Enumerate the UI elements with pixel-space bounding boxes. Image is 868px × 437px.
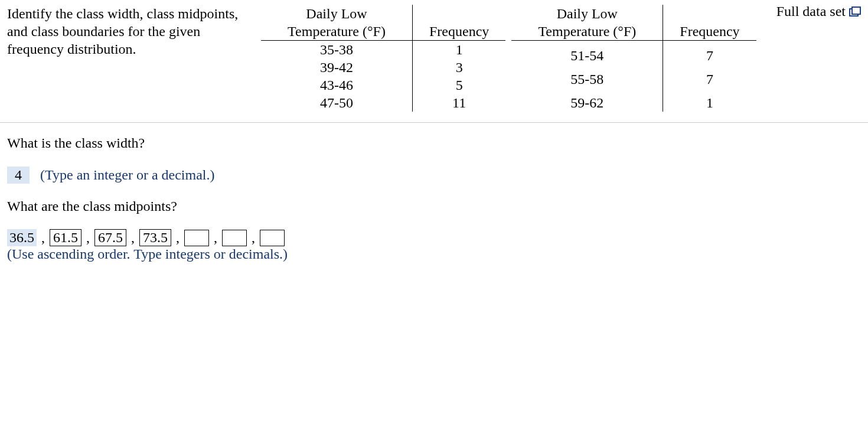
answer-1-hint: (Type an integer or a decimal.) (40, 167, 215, 182)
midpoint-input-6[interactable] (222, 230, 247, 246)
answer-1-line: 4 (Type an integer or a decimal.) (7, 167, 861, 184)
midpoint-input-1[interactable]: 36.5 (7, 229, 37, 246)
answer-2-hint: (Use ascending order. Type integers or d… (7, 246, 288, 262)
midpoint-input-7[interactable] (260, 230, 285, 246)
svg-rect-1 (852, 7, 860, 14)
col-header-freq: Frequency (663, 5, 756, 41)
class-width-input[interactable]: 4 (7, 167, 30, 184)
frequency-table-left: Daily Low Temperature (°F) Frequency 35-… (261, 5, 505, 112)
popup-icon (849, 6, 861, 17)
problem-header: Identify the class width, class midpoint… (7, 5, 861, 112)
col-header-temp: Daily Low Temperature (°F) (261, 5, 413, 41)
section-divider (0, 122, 868, 123)
table-row: 47-5011 (261, 94, 505, 112)
table-row: 39-423 (261, 58, 505, 76)
question-2: What are the class midpoints? (7, 197, 861, 217)
midpoint-input-3[interactable]: 67.5 (94, 229, 126, 246)
frequency-table-right: Daily Low Temperature (°F) Frequency 51-… (511, 5, 756, 112)
midpoint-input-4[interactable]: 73.5 (139, 229, 171, 246)
col-header-freq: Frequency (413, 5, 506, 41)
table-row: 55-587 (511, 64, 756, 88)
midpoint-input-5[interactable] (184, 230, 209, 246)
midpoint-input-2[interactable]: 61.5 (50, 229, 81, 246)
problem-prompt: Identify the class width, class midpoint… (7, 5, 261, 58)
table-row: 59-621 (511, 88, 756, 112)
table-row: 43-465 (261, 76, 505, 94)
table-row: 51-547 (511, 41, 756, 65)
frequency-tables: Full data set Daily Low Temperature (°F)… (261, 5, 861, 112)
full-data-set-label: Full data set (776, 4, 846, 19)
answer-2-line: 36.5 , 61.5 , 67.5 , 73.5 , , , (Use asc… (7, 229, 861, 262)
table-row: 35-381 (261, 41, 505, 59)
full-data-set-link[interactable]: Full data set (776, 4, 861, 19)
col-header-temp: Daily Low Temperature (°F) (511, 5, 663, 41)
question-1: What is the class width? (7, 133, 861, 154)
